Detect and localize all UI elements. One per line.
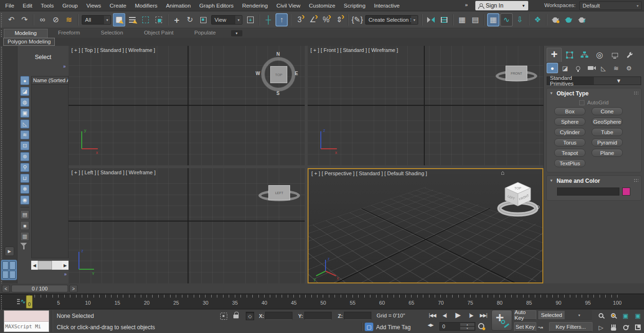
- filter-lights-button[interactable]: ◍: [20, 98, 29, 107]
- scrollbar-thumb[interactable]: [38, 261, 52, 270]
- toggle-ribbon-button[interactable]: ▦: [487, 13, 499, 26]
- next-frame-button[interactable]: |▶: [465, 310, 477, 320]
- angle-snap-toggle-button[interactable]: ∠: [307, 13, 319, 26]
- select-and-manipulate-button[interactable]: ┼: [262, 13, 275, 26]
- maxscript-mini-listener[interactable]: MAXScript Mi: [4, 310, 49, 332]
- render-setup-button[interactable]: [550, 13, 562, 26]
- menu-edit[interactable]: Edit: [18, 0, 36, 11]
- key-filters-button[interactable]: Key Filters...: [549, 322, 592, 332]
- tab-utilities[interactable]: [622, 48, 637, 62]
- viewport-left[interactable]: [ + ] [ Left ] [ Standard ] [ Wireframe …: [69, 168, 305, 283]
- viewcube[interactable]: TOP LEFT FRONT: [496, 175, 540, 218]
- tab-create[interactable]: +: [547, 48, 562, 62]
- ribbon-tab-populate[interactable]: Populate: [184, 29, 226, 38]
- ribbon-tab-selection[interactable]: Selection: [90, 29, 133, 38]
- primitive-tube-button[interactable]: Tube: [592, 128, 623, 136]
- time-configuration-icon[interactable]: [478, 323, 484, 329]
- set-key-button[interactable]: Set Key: [514, 322, 536, 332]
- tab-hierarchy[interactable]: [577, 48, 592, 62]
- tab-motion[interactable]: ◎: [592, 48, 607, 62]
- viewport-top[interactable]: [ + ] [ Top ] [ Standard ] [ Wireframe ]…: [69, 46, 305, 165]
- keyboard-shortcut-override-toggle-button[interactable]: ↑: [275, 13, 288, 26]
- toolbar-grip[interactable]: [0, 12, 3, 28]
- z-coordinate-field[interactable]: [344, 312, 371, 320]
- name-color-rollout-header[interactable]: ▼ Name and Color: [547, 176, 641, 186]
- select-by-name-button[interactable]: [126, 13, 138, 26]
- object-color-swatch[interactable]: [622, 188, 630, 196]
- unlink-selection-button[interactable]: ⊘: [50, 13, 62, 26]
- frame-readout[interactable]: 0 / 100: [11, 285, 68, 292]
- undo-button[interactable]: ↶: [5, 13, 17, 26]
- list-column-header[interactable]: Name (Sorted A: [32, 77, 68, 85]
- autogrid-checkbox[interactable]: [579, 100, 584, 105]
- menu-overflow-chevrons[interactable]: »: [465, 2, 467, 8]
- filter-cameras-button[interactable]: ▣: [20, 109, 29, 118]
- ribbon-options-dropdown[interactable]: ▼: [231, 30, 242, 36]
- key-filter-icon[interactable]: ↝: [538, 324, 543, 331]
- x-coordinate-field[interactable]: [265, 312, 292, 320]
- maximize-viewport-toggle-button[interactable]: [632, 322, 644, 333]
- maxscript-macro-row[interactable]: [4, 311, 49, 322]
- filter-containers-button[interactable]: ⊔: [20, 174, 29, 183]
- menu-views[interactable]: Views: [82, 0, 105, 11]
- y-coordinate-field[interactable]: [304, 312, 332, 320]
- panel-flyout-button[interactable]: ▶: [5, 247, 14, 256]
- primitive-textplus-button[interactable]: TextPlus: [554, 159, 585, 167]
- toggle-scene-explorer-button[interactable]: ▦: [456, 13, 468, 26]
- filter-space-warps-button[interactable]: ≋: [20, 130, 29, 139]
- menu-customize[interactable]: Customize: [305, 0, 340, 11]
- filter-xrefs-button[interactable]: ⊡: [20, 141, 29, 150]
- goto-start-button[interactable]: |◀◀: [427, 310, 438, 320]
- menu-interactive[interactable]: Interactive: [369, 0, 404, 11]
- menu-tools[interactable]: Tools: [36, 0, 58, 11]
- rollout-drag-handle[interactable]: [634, 91, 638, 95]
- auto-key-button[interactable]: Auto Key: [514, 310, 536, 320]
- add-time-tag[interactable]: Add Time Tag: [376, 324, 411, 331]
- track-bar[interactable]: ∿ 05101520253035404550556065707580859095…: [0, 294, 644, 309]
- scroll-left-arrow[interactable]: ◀: [31, 261, 38, 270]
- ribbon-tab-modeling[interactable]: Modeling: [4, 29, 48, 38]
- category-systems-button[interactable]: ⚙: [623, 63, 635, 73]
- primitive-cone-button[interactable]: Cone: [592, 107, 623, 115]
- zoom-extents-button[interactable]: ▣: [620, 310, 631, 321]
- schematic-view-button[interactable]: ⇩: [514, 13, 526, 26]
- menu-civil-view[interactable]: Civil View: [272, 0, 305, 11]
- zoom-extents-all-button[interactable]: ▣: [632, 310, 644, 321]
- category-lights-button[interactable]: [572, 63, 584, 73]
- viewcube-top-face[interactable]: TOP: [270, 66, 287, 83]
- previous-frame-button[interactable]: <: [2, 285, 10, 292]
- select-object-button[interactable]: [113, 13, 125, 26]
- ribbon-tab-freeform[interactable]: Freeform: [48, 29, 91, 38]
- menu-modifiers[interactable]: Modifiers: [130, 0, 162, 11]
- select-and-rotate-button[interactable]: ↻: [184, 13, 196, 26]
- key-mode-toggle[interactable]: ◀▶: [428, 323, 433, 327]
- tab-polygon-modeling[interactable]: Polygon Modeling: [3, 38, 55, 46]
- menu-file[interactable]: File: [1, 0, 18, 11]
- primitive-sphere-button[interactable]: Sphere: [554, 118, 585, 126]
- ribbon-tab-object-paint[interactable]: Object Paint: [134, 29, 184, 38]
- category-geometry-button[interactable]: ●: [547, 63, 558, 73]
- menu-group[interactable]: Group: [58, 0, 82, 11]
- rendered-frame-window-button[interactable]: [563, 13, 575, 26]
- viewport-front[interactable]: [ + ] [ Front ] [ Standard ] [ Wireframe…: [308, 46, 543, 165]
- select-and-move-button[interactable]: +: [171, 13, 183, 26]
- display-mode-1-button[interactable]: ▤: [20, 210, 29, 219]
- redo-button[interactable]: ↷: [18, 13, 31, 26]
- menu-create[interactable]: Create: [105, 0, 130, 11]
- category-space-warps-button[interactable]: ≋: [610, 63, 622, 73]
- absolute-mode-toggle-icon[interactable]: ◇: [246, 312, 254, 320]
- render-production-button[interactable]: [576, 13, 588, 26]
- category-helpers-button[interactable]: ◺: [598, 63, 609, 73]
- viewport-perspective[interactable]: [ + ] [ Perspective ] [ Standard ] [ Def…: [308, 168, 543, 283]
- next-frame-button[interactable]: >: [69, 285, 77, 292]
- viewport-perspective-label[interactable]: [ + ] [ Perspective ] [ Standard ] [ Def…: [311, 171, 427, 176]
- menu-animation[interactable]: Animation: [162, 0, 195, 11]
- filter-merged-button[interactable]: ⊛: [20, 152, 29, 161]
- use-pivot-point-center-button[interactable]: +: [244, 13, 257, 26]
- bind-to-space-warp-button[interactable]: ≋: [63, 13, 75, 26]
- sign-in-button[interactable]: Sign In ▼: [475, 1, 528, 10]
- snaps-toggle-button[interactable]: 3: [293, 13, 306, 26]
- object-name-input[interactable]: [557, 188, 619, 196]
- tab-modify[interactable]: [562, 48, 577, 62]
- rectangular-selection-region-button[interactable]: [139, 13, 152, 26]
